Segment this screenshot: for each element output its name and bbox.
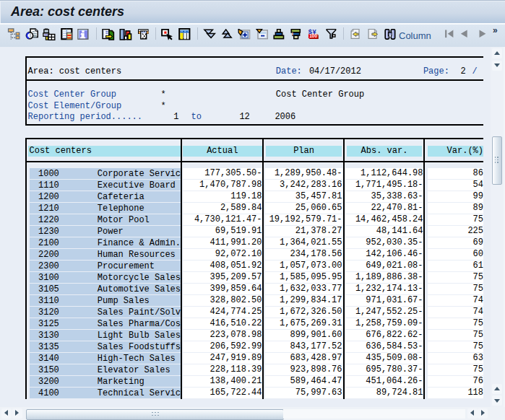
svg-text:100: 100 bbox=[309, 33, 317, 38]
